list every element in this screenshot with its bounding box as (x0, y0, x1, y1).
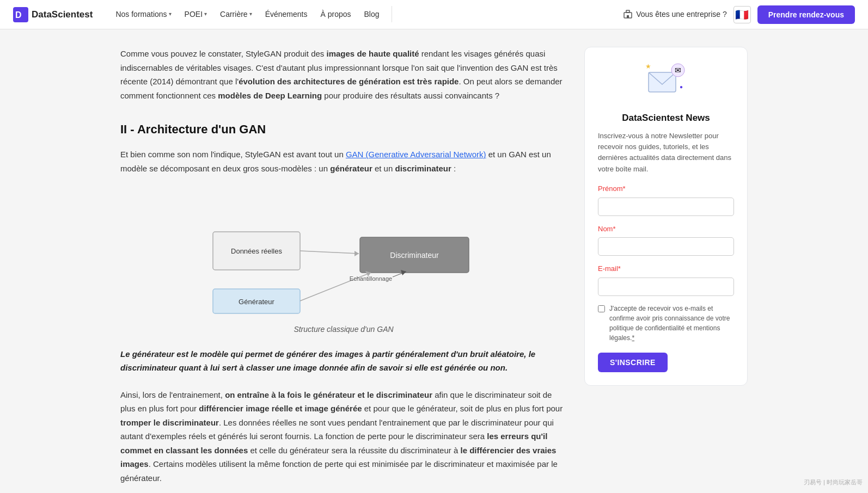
section2-paragraph: Et bien comme son nom l'indique, StyleGA… (120, 147, 567, 175)
svg-text:★: ★ (645, 63, 651, 70)
policy-link[interactable]: * (632, 334, 634, 342)
tromper-bold: tromper le discriminateur (120, 418, 219, 427)
intro-bold-2: évolution des architectures de génératio… (239, 77, 459, 86)
email-label: E-mail* (598, 263, 734, 275)
gan-link[interactable]: GAN (Generative Adversarial Network) (346, 150, 486, 159)
navigation: D DataScientest Nos formations ▾ POEI ▾ … (0, 0, 868, 29)
svg-text:Discriminateur: Discriminateur (390, 251, 439, 260)
consent-label: J'accepte de recevoir vos e-mails et con… (609, 304, 734, 343)
generateur-bold: générateur (330, 164, 372, 173)
nav-right: Vous êtes une entreprise ? 🇫🇷 Prendre re… (623, 5, 855, 24)
logo[interactable]: D DataScientest (13, 7, 93, 22)
chevron-down-icon: ▾ (169, 10, 172, 19)
explanation-paragraph: Ainsi, lors de l'entrainement, on entraî… (120, 388, 567, 485)
watermark: 刃易号 | 时尚玩家岳哥 (804, 478, 863, 488)
newsletter-icon-area: ✉ ★ ● (598, 60, 734, 104)
chevron-down-icon: ▾ (204, 10, 207, 19)
nav-blog[interactable]: Blog (359, 5, 385, 23)
intro-text-1: Comme vous pouvez le constater, StyleGAN… (120, 49, 327, 58)
consent-checkbox[interactable] (598, 305, 605, 312)
sidebar: ✉ ★ ● DataScientest News Inscrivez-vous … (584, 47, 748, 386)
nom-label: Nom* (598, 224, 734, 235)
nav-carriere[interactable]: Carrière ▾ (215, 5, 258, 23)
discriminateur-bold: discriminateur (395, 164, 451, 173)
svg-marker-12 (354, 251, 359, 256)
entraîne-bold: on entraîne à la fois le générateur et l… (225, 390, 432, 399)
enterprise-link[interactable]: Vous êtes une entreprise ? (623, 8, 727, 20)
intro-bold-3: modèles de Deep Learning (218, 91, 322, 100)
diagram-caption: Structure classique d'un GAN (120, 323, 567, 336)
svg-rect-4 (627, 15, 629, 18)
svg-text:Générateur: Générateur (239, 298, 274, 306)
newsletter-title: DataScientest News (598, 110, 734, 125)
main-content: Comme vous pouvez le constater, StyleGAN… (120, 47, 567, 493)
consent-row: J'accepte de recevoir vos e-mails et con… (598, 304, 734, 343)
intro-text-4: pour produire des résultats aussi convai… (322, 91, 499, 100)
page-container: Comme vous pouvez le constater, StyleGAN… (107, 29, 761, 493)
callout-paragraph: Le générateur est le modèle qui permet d… (120, 347, 567, 375)
intro-bold-1: images de haute qualité (327, 49, 419, 58)
intro-paragraph: Comme vous pouvez le constater, StyleGAN… (120, 47, 567, 102)
svg-rect-18 (649, 72, 676, 92)
section2-heading: II - Architecture d'un GAN (120, 120, 567, 139)
subscribe-button[interactable]: S'INSCRIRE (598, 353, 668, 372)
logo-text: DataScientest (32, 7, 93, 22)
svg-text:Données réelles: Données réelles (231, 247, 282, 255)
prenom-input[interactable] (598, 198, 734, 216)
svg-text:Echantillonnage: Echantillonnage (350, 275, 392, 282)
svg-line-11 (300, 251, 359, 254)
nav-divider (392, 6, 392, 22)
nav-formations[interactable]: Nos formations ▾ (110, 5, 176, 23)
nav-poei[interactable]: POEI ▾ (179, 5, 212, 23)
logo-icon: D (13, 7, 28, 22)
gan-diagram: Données réelles Générateur Discriminateu… (120, 188, 567, 319)
gan-diagram-svg: Données réelles Générateur Discriminateu… (202, 188, 485, 319)
svg-text:●: ● (680, 84, 683, 90)
language-flag[interactable]: 🇫🇷 (733, 6, 751, 23)
nav-evenements[interactable]: Événements (260, 5, 313, 23)
newsletter-card: ✉ ★ ● DataScientest News Inscrivez-vous … (584, 47, 748, 386)
nav-apropos[interactable]: À propos (315, 5, 356, 23)
email-input[interactable] (598, 278, 734, 296)
newsletter-desc: Inscrivez-vous à notre Newsletter pour r… (598, 131, 734, 175)
chevron-down-icon: ▾ (249, 10, 252, 19)
building-icon (623, 9, 633, 19)
newsletter-icon: ✉ ★ ● (644, 60, 688, 104)
prenom-label: Prénom* (598, 183, 734, 195)
svg-rect-3 (626, 10, 629, 13)
svg-text:D: D (15, 10, 22, 20)
nav-links: Nos formations ▾ POEI ▾ Carrière ▾ Événe… (110, 5, 623, 23)
differencer-bold: différencier image réelle et image génér… (199, 404, 362, 413)
svg-text:✉: ✉ (675, 66, 681, 75)
cta-rendez-vous[interactable]: Prendre rendez-vous (757, 5, 855, 24)
nom-input[interactable] (598, 237, 734, 256)
